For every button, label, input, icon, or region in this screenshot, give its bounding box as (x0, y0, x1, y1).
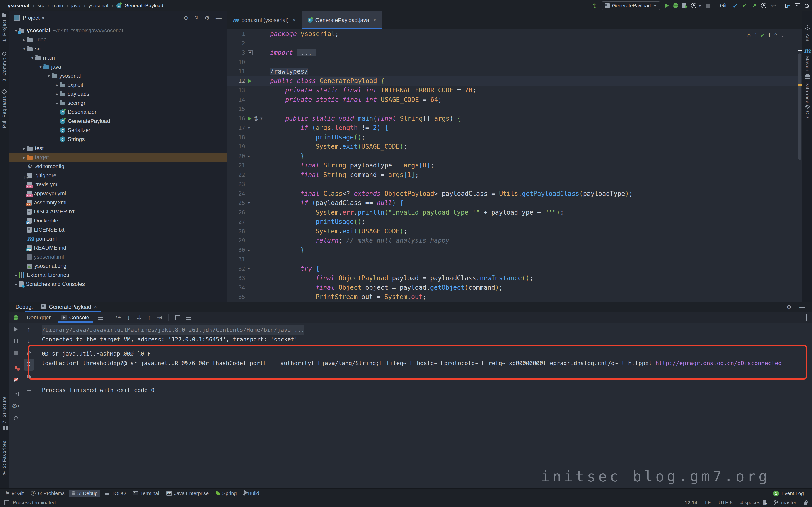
up-stack-icon[interactable]: ↑ (24, 324, 34, 335)
tree-item-generatepayload[interactable]: CGeneratePayload (9, 117, 226, 126)
tree-item-dockerfile[interactable]: DDockerfile (9, 216, 226, 225)
diagram-icon[interactable] (785, 4, 790, 8)
search-everywhere-icon[interactable] (805, 4, 809, 8)
expand-fold-icon[interactable]: + (248, 50, 253, 55)
breadcrumb-item[interactable]: ysoserial (89, 3, 108, 9)
tool-button-problems[interactable]: !6: Problems (28, 490, 67, 497)
run-config-selector[interactable]: GeneratePayload ▼ (602, 1, 660, 10)
tab-pom-xml[interactable]: m pom.xml (ysoserial) × (226, 11, 302, 29)
tree-item-license-txt[interactable]: LICENSE.txt (9, 225, 226, 234)
fold-start-icon[interactable]: ▾ (248, 201, 250, 206)
tree-item--idea[interactable]: ▸.idea (9, 35, 226, 44)
chevron-icon[interactable]: ▸ (54, 82, 60, 88)
tree-item-assembly-xml[interactable]: <>assembly.xml (9, 198, 226, 207)
gear-icon[interactable]: ⚙ (786, 303, 792, 311)
build-icon[interactable]: ↩ (592, 3, 598, 8)
fold-start-icon[interactable]: ▾ (248, 125, 250, 130)
tool-button-debug[interactable]: 5: Debug (69, 490, 100, 497)
editor-scrollbar[interactable] (798, 48, 801, 299)
sidebar-item-cdi[interactable]: CDI (803, 105, 812, 120)
clear-console-icon[interactable] (24, 382, 34, 394)
chevron-icon[interactable]: ▾ (21, 46, 27, 51)
chevron-icon[interactable]: ▸ (13, 282, 19, 287)
fold-start-icon[interactable]: ▾ (248, 266, 250, 271)
tree-item--travis-yml[interactable]: YML.travis.yml (9, 180, 226, 189)
run-to-cursor-icon[interactable]: ⇥ (157, 315, 162, 321)
evaluate-expression-icon[interactable] (175, 315, 180, 321)
prev-problem-icon[interactable]: ⌃ (773, 33, 777, 39)
resume-icon[interactable] (11, 324, 21, 335)
stop-icon[interactable] (11, 347, 21, 359)
tree-item-test[interactable]: ▸test (9, 144, 226, 153)
hide-panel-icon[interactable]: — (799, 303, 805, 311)
tool-button-todo[interactable]: TODO (102, 490, 129, 497)
tool-windows-icon[interactable] (4, 500, 9, 505)
fold-start-icon[interactable]: ▾ (260, 116, 262, 121)
tree-item-ysoserial[interactable]: ▾ysoserial (9, 71, 226, 80)
sidebar-item-favorites[interactable]: 2: Favorites ★ (0, 441, 9, 476)
project-view-selector[interactable]: Project ▼ (23, 15, 45, 21)
stop-button[interactable] (706, 4, 711, 8)
tree-item-disclaimer-txt[interactable]: DISCLAIMER.txt (9, 207, 226, 216)
tab-console[interactable]: Console (59, 315, 91, 321)
chevron-icon[interactable]: ▸ (54, 92, 60, 97)
pause-icon[interactable] (11, 335, 21, 347)
tool-button-spring[interactable]: Spring (213, 490, 240, 497)
tree-item-serializer[interactable]: CSerializer (9, 126, 226, 135)
locate-file-icon[interactable]: ⊕ (184, 14, 189, 21)
gear-icon[interactable]: ⚙ (205, 14, 210, 21)
tool-button-java-enterprise[interactable]: EEJava Enterprise (164, 490, 211, 497)
step-into-icon[interactable]: ↓ (127, 315, 130, 321)
tree-item-readme-md[interactable]: MDREADME.md (9, 243, 226, 252)
tree-item--gitignore[interactable]: ⃠.gitignore (9, 171, 226, 180)
sidebar-item-structure[interactable]: 7: Structure (0, 396, 9, 430)
chevron-icon[interactable]: ▸ (54, 101, 60, 106)
tree-item-ysoserial-iml[interactable]: ysoserial.iml (9, 252, 226, 262)
close-icon[interactable]: × (94, 304, 97, 310)
breadcrumb-item[interactable]: GeneratePayload (124, 3, 163, 9)
sidebar-item-database[interactable]: Database (803, 74, 812, 104)
tree-item-exploit[interactable]: ▸exploit (9, 80, 226, 90)
run-line-icon[interactable]: ▶ (248, 115, 252, 121)
tool-button-git[interactable]: ⚑9: Git (2, 490, 26, 497)
thread-dump-icon[interactable] (11, 388, 21, 400)
git-push-icon[interactable]: ↗ (752, 3, 757, 9)
tree-item-ysoserial[interactable]: ▾ysoserial~/d4m1ts/tools/java/ysoserial (9, 26, 226, 35)
chevron-icon[interactable]: ▸ (21, 146, 27, 151)
tree-item-external-libraries[interactable]: ▸External Libraries (9, 271, 226, 280)
coverage-button[interactable] (682, 3, 687, 8)
git-history-icon[interactable] (761, 3, 766, 8)
debugger-settings-icon[interactable]: ⚙▼ (11, 400, 21, 412)
tab-debugger[interactable]: Debugger (24, 315, 53, 321)
tree-item-target[interactable]: ▸target (9, 153, 226, 162)
fold-end-icon[interactable]: ▴ (248, 247, 250, 252)
chevron-down-icon[interactable]: ▼ (698, 3, 702, 8)
event-log-button[interactable]: 1 Event Log (773, 491, 812, 496)
tree-item-payloads[interactable]: ▸payloads (9, 90, 226, 99)
warning-stripe-mark[interactable] (798, 84, 802, 86)
force-step-into-icon[interactable]: ⇊ (136, 315, 141, 321)
tree-item-strings[interactable]: CStrings (9, 135, 226, 144)
tree-item--editorconfig[interactable]: ⚙.editorconfig (9, 162, 226, 171)
tree-item-ysoserial-png[interactable]: ysoserial.png (9, 262, 226, 271)
mute-breakpoints-icon[interactable] (11, 374, 21, 385)
git-rollback-icon[interactable]: ↩ (771, 3, 776, 9)
sidebar-item-maven[interactable]: m Maven (803, 48, 812, 71)
tab-generatepayload-java[interactable]: C GeneratePayload.java × (302, 11, 383, 29)
breadcrumb-item[interactable]: src (37, 3, 44, 9)
run-anything-icon[interactable] (795, 3, 800, 8)
scrollbar-thumb[interactable] (798, 53, 801, 160)
chevron-icon[interactable]: ▸ (21, 155, 27, 160)
hide-panel-icon[interactable]: — (216, 14, 221, 21)
sidebar-item-project[interactable]: 1: Project (0, 13, 9, 42)
tree-item-pom-xml[interactable]: mpom.xml (9, 234, 226, 243)
line-ending-selector[interactable]: LF (705, 500, 711, 506)
tool-button-terminal[interactable]: Terminal (130, 490, 162, 497)
tree-item-java[interactable]: ▾java (9, 62, 226, 71)
unlock-icon[interactable] (804, 502, 807, 505)
tree-item-secmgr[interactable]: ▸secmgr (9, 99, 226, 108)
close-icon[interactable]: × (373, 17, 376, 23)
tree-item-src[interactable]: ▾src (9, 44, 226, 53)
breadcrumb-item[interactable]: main (52, 3, 63, 9)
debug-session-tab[interactable]: GeneratePayload × (39, 302, 99, 312)
